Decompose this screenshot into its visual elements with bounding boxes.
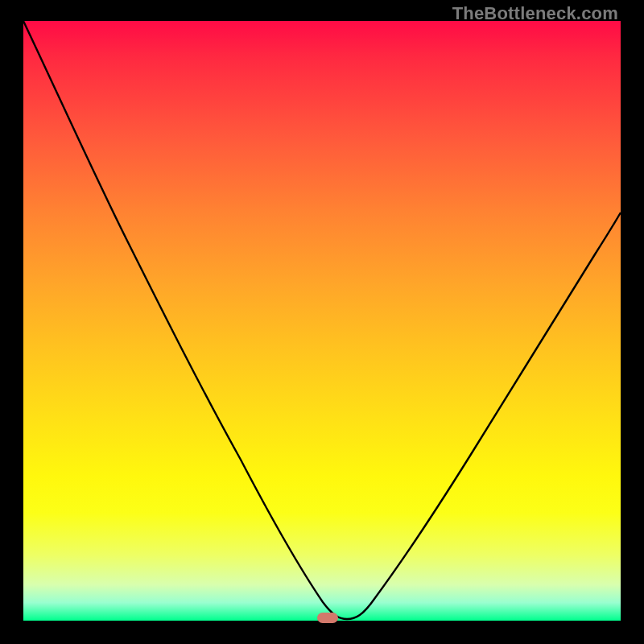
- curve-layer: [23, 21, 621, 621]
- bottleneck-curve: [23, 21, 621, 619]
- chart-frame: TheBottleneck.com: [0, 0, 644, 644]
- watermark-text: TheBottleneck.com: [452, 3, 618, 24]
- optimal-marker: [317, 613, 338, 623]
